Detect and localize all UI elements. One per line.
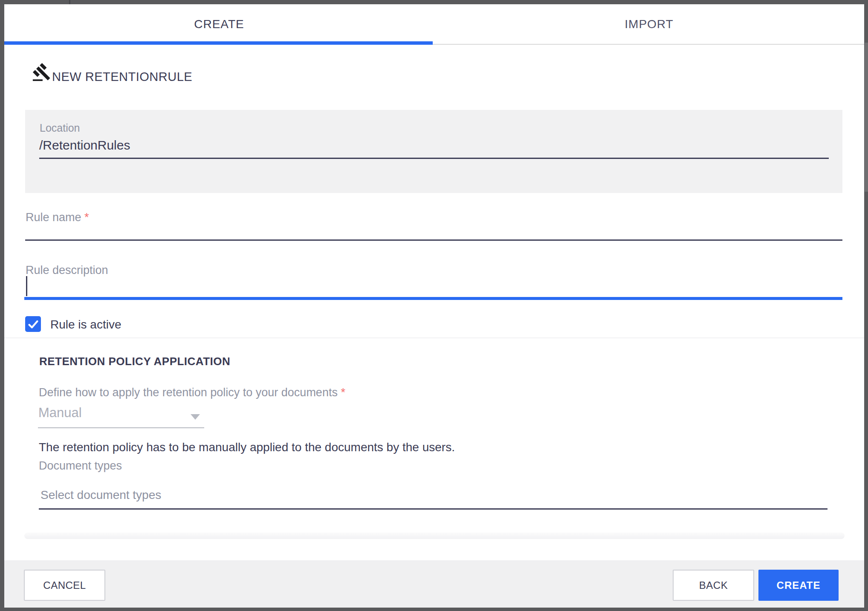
apply-mode-helper-text: The retention policy has to be manually … [39,440,455,455]
create-retention-rule-dialog: CREATE IMPORT NEW RETENTIONRULE Location… [4,4,864,608]
checkmark-icon [27,318,40,331]
location-input[interactable]: /RetentionRules [39,136,130,154]
dialog-footer: CANCEL BACK CREATE [4,560,864,608]
rule-name-input[interactable] [25,225,842,239]
backdrop-seam [69,0,70,4]
screen-backdrop: CREATE IMPORT NEW RETENTIONRULE Location… [0,0,868,611]
dropdown-arrow-icon [191,414,200,420]
content-bottom-fade [24,533,845,539]
section-title: RETENTION POLICY APPLICATION [39,354,230,369]
backdrop-scrollbar [865,43,868,192]
create-button[interactable]: CREATE [758,570,839,601]
active-tab-indicator [4,41,433,45]
apply-mode-underline [38,427,204,428]
rule-name-label: Rule name * [26,210,89,225]
rule-name-underline [25,239,842,241]
tab-import[interactable]: IMPORT [434,4,864,44]
back-button[interactable]: BACK [673,570,754,601]
apply-mode-label: Define how to apply the retention policy… [39,385,345,400]
document-types-label: Document types [39,458,122,473]
document-types-input[interactable]: Select document types [41,487,161,503]
apply-mode-select[interactable]: Manual [38,404,82,422]
location-label: Location [40,121,80,135]
tab-create-label: CREATE [194,17,244,31]
cancel-button[interactable]: CANCEL [24,570,105,601]
gavel-icon [32,62,52,82]
location-panel: Location /RetentionRules [25,110,842,193]
text-caret [26,276,27,296]
rule-description-underline-focused [24,297,842,300]
tab-create[interactable]: CREATE [4,4,434,44]
tab-bar: CREATE IMPORT [4,4,864,45]
tab-import-label: IMPORT [625,17,673,31]
required-asterisk: * [84,211,89,224]
location-underline [39,158,829,159]
rule-description-input[interactable] [24,278,842,297]
document-types-underline [39,508,827,510]
rule-description-label: Rule description [26,262,108,278]
section-divider [4,337,864,338]
required-asterisk: * [341,386,345,399]
rule-active-checkbox[interactable] [25,316,41,332]
rule-active-label[interactable]: Rule is active [50,317,122,332]
page-title: NEW RETENTIONRULE [52,68,192,85]
